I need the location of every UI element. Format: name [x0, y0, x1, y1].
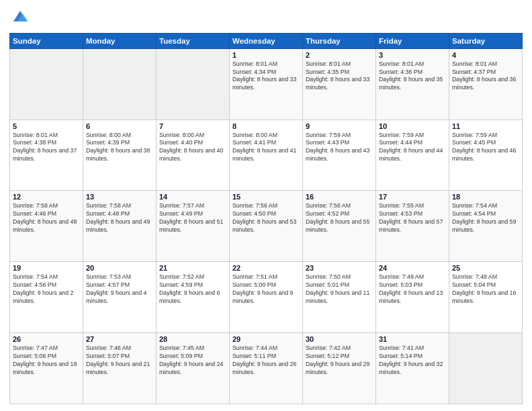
week-row-4: 19Sunrise: 7:54 AM Sunset: 4:56 PM Dayli… — [10, 262, 523, 333]
logo — [9, 7, 30, 29]
day-number: 25 — [452, 264, 519, 272]
header — [9, 7, 523, 29]
calendar-cell: 25Sunrise: 7:48 AM Sunset: 5:04 PM Dayli… — [449, 262, 523, 333]
day-info: Sunrise: 7:51 AM Sunset: 5:00 PM Dayligh… — [232, 273, 300, 306]
day-info: Sunrise: 7:48 AM Sunset: 5:04 PM Dayligh… — [452, 273, 519, 306]
day-number: 21 — [159, 264, 226, 272]
day-number: 6 — [86, 122, 153, 130]
day-info: Sunrise: 8:00 AM Sunset: 4:39 PM Dayligh… — [86, 132, 153, 164]
day-info: Sunrise: 7:50 AM Sunset: 5:01 PM Dayligh… — [306, 273, 373, 306]
calendar-cell: 28Sunrise: 7:45 AM Sunset: 5:09 PM Dayli… — [157, 333, 230, 404]
day-number: 18 — [452, 193, 519, 201]
day-number: 29 — [232, 335, 300, 343]
day-info: Sunrise: 7:59 AM Sunset: 4:43 PM Dayligh… — [306, 132, 373, 164]
calendar-cell: 8Sunrise: 8:00 AM Sunset: 4:41 PM Daylig… — [230, 120, 303, 191]
day-number: 15 — [232, 193, 300, 201]
calendar-cell: 4Sunrise: 8:01 AM Sunset: 4:37 PM Daylig… — [449, 48, 523, 120]
day-number: 14 — [159, 193, 226, 201]
calendar-cell: 5Sunrise: 8:01 AM Sunset: 4:38 PM Daylig… — [10, 120, 83, 191]
day-info: Sunrise: 7:44 AM Sunset: 5:11 PM Dayligh… — [232, 345, 300, 377]
calendar-cell: 22Sunrise: 7:51 AM Sunset: 5:00 PM Dayli… — [230, 262, 303, 333]
day-info: Sunrise: 8:01 AM Sunset: 4:38 PM Dayligh… — [13, 132, 80, 164]
calendar-cell — [10, 48, 83, 120]
calendar-page: SundayMondayTuesdayWednesdayThursdayFrid… — [0, 0, 532, 411]
day-number: 28 — [159, 335, 226, 343]
day-number: 8 — [232, 122, 300, 130]
calendar-cell: 20Sunrise: 7:53 AM Sunset: 4:57 PM Dayli… — [83, 262, 157, 333]
day-number: 24 — [379, 264, 446, 272]
week-row-5: 26Sunrise: 7:47 AM Sunset: 5:06 PM Dayli… — [10, 333, 523, 404]
calendar-cell: 18Sunrise: 7:54 AM Sunset: 4:54 PM Dayli… — [449, 191, 523, 262]
calendar-cell: 21Sunrise: 7:52 AM Sunset: 4:59 PM Dayli… — [157, 262, 230, 333]
day-number: 1 — [232, 51, 300, 59]
week-row-2: 5Sunrise: 8:01 AM Sunset: 4:38 PM Daylig… — [10, 120, 523, 191]
day-number: 12 — [13, 193, 80, 201]
calendar-cell: 17Sunrise: 7:55 AM Sunset: 4:53 PM Dayli… — [376, 191, 449, 262]
day-number: 31 — [379, 335, 446, 343]
day-number: 13 — [86, 193, 153, 201]
day-info: Sunrise: 7:46 AM Sunset: 5:07 PM Dayligh… — [86, 345, 153, 377]
day-info: Sunrise: 7:52 AM Sunset: 4:59 PM Dayligh… — [159, 273, 226, 306]
week-row-3: 12Sunrise: 7:58 AM Sunset: 4:46 PM Dayli… — [10, 191, 523, 262]
calendar-cell: 13Sunrise: 7:58 AM Sunset: 4:48 PM Dayli… — [83, 191, 157, 262]
weekday-header-wednesday: Wednesday — [230, 33, 303, 48]
calendar-cell: 2Sunrise: 8:01 AM Sunset: 4:35 PM Daylig… — [303, 48, 376, 120]
calendar-cell: 30Sunrise: 7:42 AM Sunset: 5:12 PM Dayli… — [303, 333, 376, 404]
calendar-cell: 27Sunrise: 7:46 AM Sunset: 5:07 PM Dayli… — [83, 333, 157, 404]
day-number: 30 — [306, 335, 373, 343]
day-number: 11 — [452, 122, 519, 130]
calendar-cell: 15Sunrise: 7:56 AM Sunset: 4:50 PM Dayli… — [230, 191, 303, 262]
day-info: Sunrise: 7:41 AM Sunset: 5:14 PM Dayligh… — [379, 345, 446, 377]
day-info: Sunrise: 7:54 AM Sunset: 4:56 PM Dayligh… — [13, 273, 80, 306]
day-number: 3 — [379, 51, 446, 59]
day-number: 9 — [306, 122, 373, 130]
day-info: Sunrise: 7:59 AM Sunset: 4:45 PM Dayligh… — [452, 132, 519, 164]
calendar-table: SundayMondayTuesdayWednesdayThursdayFrid… — [9, 33, 523, 404]
calendar-cell — [449, 333, 523, 404]
calendar-cell — [83, 48, 157, 120]
calendar-cell: 29Sunrise: 7:44 AM Sunset: 5:11 PM Dayli… — [230, 333, 303, 404]
weekday-header-row: SundayMondayTuesdayWednesdayThursdayFrid… — [10, 33, 523, 48]
day-info: Sunrise: 8:01 AM Sunset: 4:35 PM Dayligh… — [306, 60, 373, 93]
week-row-1: 1Sunrise: 8:01 AM Sunset: 4:34 PM Daylig… — [10, 48, 523, 120]
calendar-cell: 16Sunrise: 7:56 AM Sunset: 4:52 PM Dayli… — [303, 191, 376, 262]
calendar-cell: 24Sunrise: 7:49 AM Sunset: 5:03 PM Dayli… — [376, 262, 449, 333]
day-number: 27 — [86, 335, 153, 343]
day-info: Sunrise: 7:49 AM Sunset: 5:03 PM Dayligh… — [379, 273, 446, 306]
day-info: Sunrise: 8:01 AM Sunset: 4:37 PM Dayligh… — [452, 60, 519, 93]
weekday-header-sunday: Sunday — [10, 33, 83, 48]
day-info: Sunrise: 7:47 AM Sunset: 5:06 PM Dayligh… — [13, 345, 80, 377]
day-number: 22 — [232, 264, 300, 272]
day-number: 19 — [13, 264, 80, 272]
day-number: 20 — [86, 264, 153, 272]
day-info: Sunrise: 7:58 AM Sunset: 4:48 PM Dayligh… — [86, 202, 153, 234]
calendar-cell: 10Sunrise: 7:59 AM Sunset: 4:44 PM Dayli… — [376, 120, 449, 191]
calendar-cell: 6Sunrise: 8:00 AM Sunset: 4:39 PM Daylig… — [83, 120, 157, 191]
calendar-cell: 11Sunrise: 7:59 AM Sunset: 4:45 PM Dayli… — [449, 120, 523, 191]
day-info: Sunrise: 7:56 AM Sunset: 4:50 PM Dayligh… — [232, 202, 300, 234]
day-info: Sunrise: 7:55 AM Sunset: 4:53 PM Dayligh… — [379, 202, 446, 234]
calendar-cell: 12Sunrise: 7:58 AM Sunset: 4:46 PM Dayli… — [10, 191, 83, 262]
day-info: Sunrise: 7:53 AM Sunset: 4:57 PM Dayligh… — [86, 273, 153, 306]
day-info: Sunrise: 7:54 AM Sunset: 4:54 PM Dayligh… — [452, 202, 519, 234]
weekday-header-tuesday: Tuesday — [157, 33, 230, 48]
calendar-cell: 26Sunrise: 7:47 AM Sunset: 5:06 PM Dayli… — [10, 333, 83, 404]
day-info: Sunrise: 8:01 AM Sunset: 4:34 PM Dayligh… — [232, 60, 300, 93]
day-number: 5 — [13, 122, 80, 130]
weekday-header-friday: Friday — [376, 33, 449, 48]
day-number: 16 — [306, 193, 373, 201]
day-info: Sunrise: 7:45 AM Sunset: 5:09 PM Dayligh… — [159, 345, 226, 377]
day-info: Sunrise: 8:00 AM Sunset: 4:41 PM Dayligh… — [232, 132, 300, 164]
day-info: Sunrise: 8:01 AM Sunset: 4:36 PM Dayligh… — [379, 60, 446, 93]
day-info: Sunrise: 8:00 AM Sunset: 4:40 PM Dayligh… — [159, 132, 226, 164]
day-number: 2 — [306, 51, 373, 59]
day-info: Sunrise: 7:42 AM Sunset: 5:12 PM Dayligh… — [306, 345, 373, 377]
weekday-header-saturday: Saturday — [449, 33, 523, 48]
calendar-cell: 14Sunrise: 7:57 AM Sunset: 4:49 PM Dayli… — [157, 191, 230, 262]
day-info: Sunrise: 7:57 AM Sunset: 4:49 PM Dayligh… — [159, 202, 226, 234]
logo-icon — [11, 7, 30, 26]
calendar-cell: 31Sunrise: 7:41 AM Sunset: 5:14 PM Dayli… — [376, 333, 449, 404]
day-info: Sunrise: 7:56 AM Sunset: 4:52 PM Dayligh… — [306, 202, 373, 234]
calendar-cell: 9Sunrise: 7:59 AM Sunset: 4:43 PM Daylig… — [303, 120, 376, 191]
calendar-cell: 23Sunrise: 7:50 AM Sunset: 5:01 PM Dayli… — [303, 262, 376, 333]
